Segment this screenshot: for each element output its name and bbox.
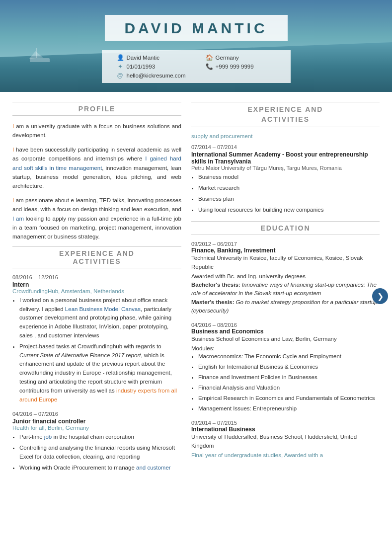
- edu-1-note: Awarded with Bc. and Ing. university deg…: [191, 272, 380, 315]
- edu-2-module-4: Financial Analysis and Valuation: [198, 384, 380, 393]
- header-name-box: DAVID MANTIC: [104, 15, 287, 41]
- exp-jfc-bullet-3: Working with Oracle iProcurement to mana…: [19, 464, 181, 473]
- resume-page: DAVID MANTIC 👤 David Mantic ✦ 01/01/1993…: [0, 0, 392, 556]
- exp-intern-bullet-2: Project-based tasks at Crowdfundinghub w…: [19, 342, 181, 404]
- main-content: PROFILE I am a university graduate with …: [0, 92, 392, 489]
- edu-2-degree: Business and Economics: [191, 328, 380, 335]
- exp-entry-intern: 08/2016 – 12/2016 Intern CrowdfundingHub…: [12, 274, 181, 404]
- edu-entry-3: 09/2014 – 07/2015 International Business…: [191, 420, 380, 458]
- edu-2-modules-label: Modules:: [191, 345, 380, 351]
- header-email-item: @ hello@kickresume.com: [117, 72, 186, 79]
- profile-para-1: I am a university graduate with a focus …: [12, 122, 181, 140]
- exp-jfc-date: 04/2016 – 07/2016: [12, 411, 181, 417]
- edu-section-title: EDUCATION: [191, 221, 380, 235]
- edu-entry-1: 09/2012 – 06/2017 Finance, Banking, Inve…: [191, 241, 380, 315]
- edu-2-module-6: Management Issues: Entrepreneurship: [198, 404, 380, 413]
- edu-entry-2: 04/2016 – 08/2016 Business and Economics…: [191, 322, 380, 413]
- scroll-button[interactable]: ❯: [372, 288, 388, 304]
- exp-intern-date: 08/2016 – 12/2016: [12, 274, 181, 280]
- supply-tag: supply and procurement: [191, 133, 380, 139]
- star-icon: ✦: [117, 63, 124, 70]
- exp-intern-company: CrowdfundingHub, Amsterdam, Netherlands: [12, 288, 181, 294]
- edu-2-date: 04/2016 – 08/2016: [191, 322, 380, 328]
- exp-summer-date: 07/2014 – 07/2014: [191, 144, 380, 150]
- exp-jfc-bullet-1: Part-time job in the hospital chain corp…: [19, 433, 181, 442]
- header-info-left: 👤 David Mantic ✦ 01/01/1993 @ hello@kick…: [117, 54, 186, 79]
- exp-entry-summer: 07/2014 – 07/2014 International Summer A…: [191, 144, 380, 214]
- exp-summer-bullet-1: Business model: [198, 173, 380, 182]
- edu-3-final-note: Final year of undergraduate studies, Awa…: [191, 452, 380, 458]
- exp-summer-bullet-2: Market research: [198, 184, 380, 193]
- edu-2-modules-list: Macroeconomics: The Economic Cycle and E…: [191, 352, 380, 413]
- edu-1-degree: Finance, Banking, Investment: [191, 247, 380, 254]
- edu-2-module-3: Finance and Investment Policies in Busin…: [198, 373, 380, 382]
- edu-3-school: University of Huddersifled, Business Sch…: [191, 433, 380, 450]
- header-name: DAVID MANTIC: [124, 20, 267, 37]
- exp-entry-jfc: 04/2016 – 07/2016 Junior financial contr…: [12, 411, 181, 472]
- left-column: PROFILE I am a university graduate with …: [12, 102, 181, 479]
- edu-2-module-1: Macroeconomics: The Economic Cycle and E…: [198, 352, 380, 361]
- home-icon: 🏠: [206, 54, 213, 61]
- header-info-right: 🏠 Germany 📞 +999 999 9999: [206, 54, 254, 79]
- profile-para-3: I am passionate about e-learning, TED ta…: [12, 196, 181, 241]
- exp-jfc-title: Junior financial controller: [12, 418, 181, 425]
- exp-summer-bullet-4: Using local resources for building new c…: [198, 206, 380, 215]
- exp-summer-bullets: Business model Market research Business …: [191, 173, 380, 214]
- profile-section-title: PROFILE: [12, 102, 181, 116]
- right-exp-section-title: EXPERIENCE ANDACTIVITIES: [191, 102, 380, 127]
- phone-icon: 📞: [206, 63, 213, 70]
- exp-intern-bullet-1: I worked on a personal business project …: [19, 296, 181, 340]
- edu-2-module-5: Empirical Research in Economics and Fund…: [198, 394, 380, 403]
- exp-intern-title: Intern: [12, 281, 181, 288]
- person-icon: 👤: [117, 54, 124, 61]
- exp-jfc-bullets: Part-time job in the hospital chain corp…: [12, 433, 181, 472]
- right-column: EXPERIENCE ANDACTIVITIES supply and proc…: [191, 102, 380, 479]
- left-exp-section-title: EXPERIENCE ANDACTIVITIES: [12, 246, 181, 268]
- edu-1-date: 09/2012 – 06/2017: [191, 241, 380, 247]
- header-phone-item: 📞 +999 999 9999: [206, 63, 254, 70]
- exp-summer-bullet-3: Business plan: [198, 195, 380, 204]
- edu-3-degree: International Business: [191, 426, 380, 433]
- exp-intern-bullets: I worked on a personal business project …: [12, 296, 181, 404]
- exp-jfc-bullet-2: Controlling and analysing the financial …: [19, 444, 181, 462]
- at-icon: @: [117, 72, 124, 79]
- header: DAVID MANTIC 👤 David Mantic ✦ 01/01/1993…: [0, 0, 392, 92]
- header-dob-item: ✦ 01/01/1993: [117, 63, 186, 70]
- edu-1-school: Technical University in Kosice, faculty …: [191, 254, 380, 271]
- edu-2-module-2: English for International Business & Eco…: [198, 363, 380, 372]
- edu-3-date: 09/2014 – 07/2015: [191, 420, 380, 426]
- profile-para-2: I have been successfully participating i…: [12, 145, 181, 191]
- header-info-box: 👤 David Mantic ✦ 01/01/1993 @ hello@kick…: [102, 50, 291, 83]
- exp-summer-location: Petru Maior University of Târgu Mureș, T…: [191, 165, 380, 171]
- exp-summer-title: International Summer Academy - Boost you…: [191, 151, 380, 165]
- edu-2-school: Business School of Economics and Law, Be…: [191, 335, 380, 343]
- exp-jfc-company: Health for all, Berlin, Germany: [12, 425, 181, 431]
- header-name-item: 👤 David Mantic: [117, 54, 186, 61]
- header-location-item: 🏠 Germany: [206, 54, 254, 61]
